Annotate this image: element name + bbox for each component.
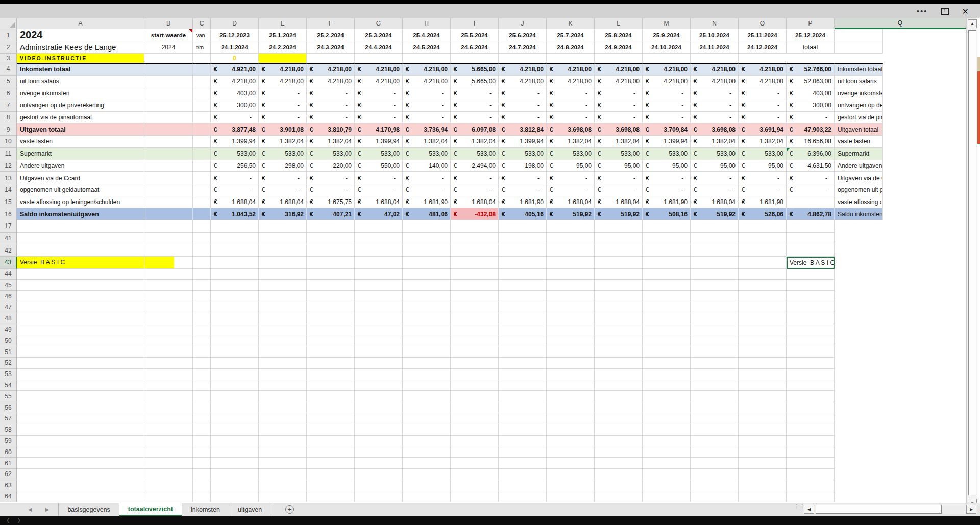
cell-L50[interactable]: [595, 335, 643, 346]
select-all-corner[interactable]: [0, 18, 17, 29]
cell-L44[interactable]: [595, 269, 643, 280]
cell-I11[interactable]: €533,00: [451, 148, 499, 160]
cell-I52[interactable]: [451, 358, 499, 369]
sheet-tab-uitgaven[interactable]: uitgaven: [229, 503, 271, 516]
cell-E10[interactable]: €1.382,04: [259, 136, 307, 148]
cell-J46[interactable]: [499, 291, 547, 302]
cell-K16[interactable]: €519,92: [547, 208, 595, 220]
cell-O16[interactable]: €526,06: [739, 208, 787, 220]
cell-B2[interactable]: 2024: [144, 41, 193, 54]
cell-A41[interactable]: [17, 233, 144, 245]
cell-E43[interactable]: [259, 257, 307, 269]
horizontal-scroll-thumb[interactable]: [816, 505, 942, 514]
cell-O2[interactable]: 24-12-2024: [739, 41, 787, 54]
cell-L58[interactable]: [595, 424, 643, 436]
cell-K55[interactable]: [547, 391, 595, 402]
cell-A10[interactable]: vaste lasten: [17, 136, 144, 148]
row-header-2[interactable]: 2: [0, 41, 17, 54]
cell-N7[interactable]: €-: [691, 99, 739, 112]
cell-A53[interactable]: [17, 369, 144, 380]
cell-G51[interactable]: [355, 346, 403, 358]
cell-F43[interactable]: [307, 257, 355, 269]
sheet-tab-totaaloverzicht[interactable]: totaaloverzicht: [119, 503, 182, 516]
cell-N60[interactable]: [691, 446, 739, 458]
cell-P48[interactable]: [787, 313, 835, 324]
cell-I10[interactable]: €1.382,04: [451, 136, 499, 148]
cell-D56[interactable]: [211, 402, 259, 413]
row-header-7[interactable]: 7: [0, 99, 17, 112]
cell-J4[interactable]: €4.218,00: [499, 63, 547, 76]
cell-N17[interactable]: [691, 220, 739, 233]
cell-J16[interactable]: €405,16: [499, 208, 547, 220]
cell-C17[interactable]: [193, 220, 211, 233]
cell-M13[interactable]: €-: [643, 172, 691, 184]
cell-H64[interactable]: [403, 491, 451, 503]
cell-J1[interactable]: 25-6-2024: [499, 29, 547, 41]
cell-A50[interactable]: [17, 335, 144, 346]
cell-H56[interactable]: [403, 402, 451, 413]
cell-E9[interactable]: €3.901,08: [259, 123, 307, 136]
cell-H10[interactable]: €1.382,04: [403, 136, 451, 148]
cell-O46[interactable]: [739, 291, 787, 302]
cell-J54[interactable]: [499, 380, 547, 391]
cell-O57[interactable]: [739, 413, 787, 424]
cell-F10[interactable]: €1.382,04: [307, 136, 355, 148]
cell-O4[interactable]: €4.218,00: [739, 63, 787, 76]
cell-N42[interactable]: [691, 244, 739, 257]
cell-F62[interactable]: [307, 469, 355, 480]
cell-G48[interactable]: [355, 313, 403, 324]
cell-B4[interactable]: [144, 63, 193, 76]
cell-I12[interactable]: €2.494,00: [451, 160, 499, 172]
cell-G64[interactable]: [355, 491, 403, 503]
cell-K6[interactable]: €-: [547, 87, 595, 99]
cell-D10[interactable]: €1.399,94: [211, 136, 259, 148]
cell-C59[interactable]: [193, 436, 211, 447]
vertical-scrollbar[interactable]: ▲ ▼: [966, 18, 977, 509]
cell-C57[interactable]: [193, 413, 211, 424]
cell-K60[interactable]: [547, 446, 595, 458]
cell-C54[interactable]: [193, 380, 211, 391]
cell-K64[interactable]: [547, 491, 595, 503]
cell-H60[interactable]: [403, 446, 451, 458]
cell-G14[interactable]: €-: [355, 184, 403, 196]
cell-M42[interactable]: [643, 244, 691, 257]
cell-I48[interactable]: [451, 313, 499, 324]
cell-P46[interactable]: [787, 291, 835, 302]
cell-M55[interactable]: [643, 391, 691, 402]
row-header-41[interactable]: 41: [0, 233, 17, 245]
cell-O8[interactable]: €-: [739, 112, 787, 124]
cell-L12[interactable]: €95,00: [595, 160, 643, 172]
cell-J8[interactable]: €-: [499, 112, 547, 124]
cell-J58[interactable]: [499, 424, 547, 436]
cell-D42[interactable]: [211, 244, 259, 257]
cell-J61[interactable]: [499, 458, 547, 469]
cell-B55[interactable]: [144, 391, 193, 402]
cell-D52[interactable]: [211, 358, 259, 369]
vertical-scroll-thumb[interactable]: [968, 30, 976, 495]
cell-O54[interactable]: [739, 380, 787, 391]
cell-P64[interactable]: [787, 491, 835, 503]
cell-J56[interactable]: [499, 402, 547, 413]
cell-B9[interactable]: [144, 123, 193, 136]
cell-P41[interactable]: [787, 233, 835, 245]
cell-M56[interactable]: [643, 402, 691, 413]
cell-H44[interactable]: [403, 269, 451, 280]
cell-A14[interactable]: opgenomen uit geldautomaat: [17, 184, 144, 196]
col-header-L[interactable]: L: [595, 18, 643, 29]
row-header-61[interactable]: 61: [0, 458, 17, 469]
cell-P13[interactable]: €-: [787, 172, 835, 184]
cell-L41[interactable]: [595, 233, 643, 245]
cell-H6[interactable]: €-: [403, 87, 451, 99]
cell-I49[interactable]: [451, 324, 499, 336]
cell-O9[interactable]: €3.691,94: [739, 123, 787, 136]
cell-P57[interactable]: [787, 413, 835, 424]
cell-C1[interactable]: van: [193, 29, 211, 41]
cell-M59[interactable]: [643, 436, 691, 447]
cell-C58[interactable]: [193, 424, 211, 436]
cell-O5[interactable]: €4.218,00: [739, 76, 787, 88]
cell-Q6[interactable]: overige inkomsten: [835, 87, 883, 99]
cell-A7[interactable]: ontvangen op de priverekening: [17, 99, 144, 112]
cell-B45[interactable]: [144, 280, 193, 291]
row-header-63[interactable]: 63: [0, 480, 17, 491]
cell-K15[interactable]: €1.688,04: [547, 196, 595, 209]
